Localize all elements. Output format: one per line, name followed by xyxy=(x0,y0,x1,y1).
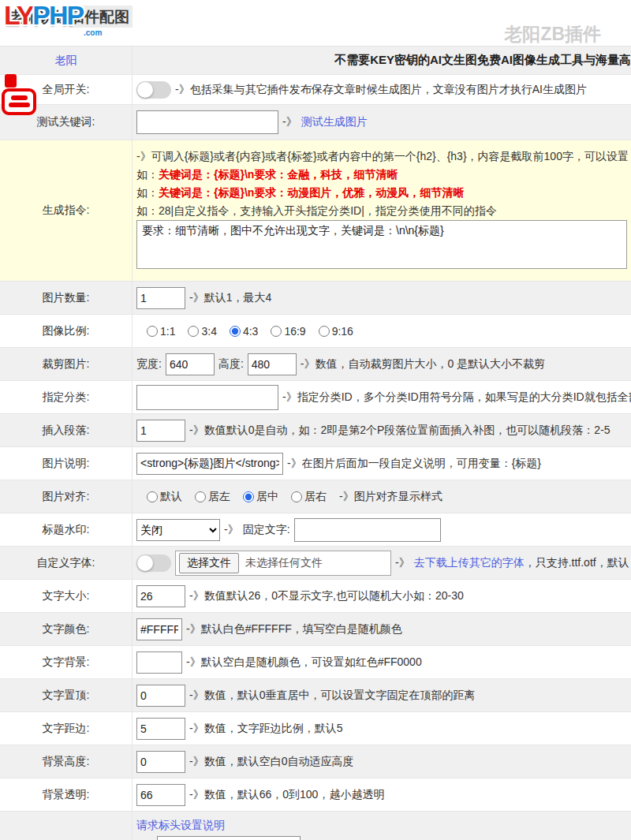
topbar: 老阳说钱插件配图 LYPHP.com 老阳ZB插件 xyxy=(0,0,631,46)
gen-prompt-textarea[interactable]: 要求：细节清晰，图中不允许出现文字，关键词是：\n\n{标题} xyxy=(136,220,627,269)
gen-prompt-label: 生成指令: xyxy=(0,140,133,281)
plugin-settings-page: 老阳说钱插件配图 LYPHP.com 老阳ZB插件 老阳 不需要KEY密钥的AI… xyxy=(0,0,631,840)
font-download-link[interactable]: 去下载上传其它的字体 xyxy=(414,556,525,570)
gen-prompt-example-2: 如：关键词是：{标题}\n要求：动漫图片，优雅，动漫风，细节清晰 xyxy=(136,184,631,202)
table-header-row: 老阳 不需要KEY密钥的AI文生图免费AI图像生成工具与海量高 xyxy=(0,47,631,75)
text-color-input[interactable] xyxy=(136,618,182,640)
row-title-watermark: 标题水印: 关闭 -》 固定文字: xyxy=(0,513,631,547)
text-top-desc: -》数值，默认0垂直居中，可以设置文字固定在顶部的距离 xyxy=(189,689,475,703)
radio-icon[interactable] xyxy=(243,491,254,502)
custom-font-label: 自定义字体: xyxy=(0,547,133,579)
request-header-help-link[interactable]: 请求标头设置说明 xyxy=(136,819,225,833)
lyphp-logo[interactable]: LYPHP.com xyxy=(4,0,83,30)
crop-height-label: 高度: xyxy=(218,357,244,371)
aspect-ratio-option-4-3[interactable]: 4:3 xyxy=(230,325,258,338)
page-title: 不需要KEY密钥的AI文生图免费AI图像生成工具与海量高 xyxy=(334,53,631,68)
insert-paragraph-input[interactable] xyxy=(136,420,185,442)
text-margin-desc: -》数值，文字距边比例，默认5 xyxy=(189,722,342,736)
image-caption-input[interactable] xyxy=(136,453,283,475)
radio-icon[interactable] xyxy=(147,491,158,502)
contact-card-icon-dot xyxy=(5,74,17,88)
request-header-input[interactable] xyxy=(157,836,301,840)
aspect-ratio-option-1-1[interactable]: 1:1 xyxy=(147,325,175,338)
custom-font-toggle[interactable] xyxy=(136,554,171,572)
custom-font-desc-tail: ，只支持.ttf.otf，默认 xyxy=(525,556,629,570)
crop-width-input[interactable] xyxy=(166,353,215,375)
crop-label: 裁剪图片: xyxy=(0,348,133,380)
image-align-option-left[interactable]: 居左 xyxy=(195,490,230,504)
radio-icon[interactable] xyxy=(319,326,330,337)
text-top-label: 文字置顶: xyxy=(0,679,133,711)
insert-paragraph-label: 插入段落: xyxy=(0,414,133,446)
bg-height-desc: -》数值，默认空白0自动适应高度 xyxy=(189,755,353,769)
test-keyword-input[interactable] xyxy=(136,110,278,134)
aspect-ratio-option-9-16[interactable]: 9:16 xyxy=(319,325,353,338)
gen-prompt-example-1-red: 关键词是：{标题}\n要求：金融，科技，细节清晰 xyxy=(159,168,398,181)
text-color-label: 文字颜色: xyxy=(0,613,133,645)
text-margin-input[interactable] xyxy=(136,718,185,740)
global-switch-toggle[interactable] xyxy=(136,81,171,99)
row-text-color: 文字颜色: -》默认白色#FFFFFF，填写空白是随机颜色 xyxy=(0,613,631,646)
text-bg-desc: -》默认空白是随机颜色，可设置如红色#FF0000 xyxy=(186,655,422,670)
bg-height-input[interactable] xyxy=(136,751,185,773)
title-watermark-select[interactable]: 关闭 xyxy=(136,519,220,541)
global-switch-desc: -》包括采集与其它插件发布保存文章时候生成图片，文章没有图片才执行AI生成图片 xyxy=(175,83,587,97)
radio-icon[interactable] xyxy=(188,326,199,337)
text-bg-input[interactable] xyxy=(136,651,182,674)
radio-icon[interactable] xyxy=(147,326,158,337)
arrow-text: -》 xyxy=(282,115,297,129)
row-text-top: 文字置顶: -》数值，默认0垂直居中，可以设置文字固定在顶部的距离 xyxy=(0,679,631,712)
arrow-text: -》 xyxy=(395,556,410,570)
choose-file-button[interactable]: 选择文件 xyxy=(179,553,239,573)
aspect-ratio-label: 图像比例: xyxy=(0,315,133,347)
bg-opacity-input[interactable] xyxy=(136,784,185,806)
row-bg-height: 背景高度: -》数值，默认空白0自动适应高度 xyxy=(0,745,631,778)
radio-icon[interactable] xyxy=(230,326,241,337)
font-file-input[interactable]: 选择文件 未选择任何文件 xyxy=(175,551,391,576)
arrow-text: -》 xyxy=(224,523,239,537)
aspect-ratio-option-16-9[interactable]: 16:9 xyxy=(271,325,305,338)
settings-table: 老阳 不需要KEY密钥的AI文生图免费AI图像生成工具与海量高 全局开关: -》… xyxy=(0,46,631,840)
row-image-align: 图片对齐: 默认 居左 居中 居右 -》图片对齐显示样式 xyxy=(0,480,631,513)
text-margin-label: 文字距边: xyxy=(0,712,133,745)
row-bg-opacity: 背景透明: -》数值，默认66，0到100，越小越透明 xyxy=(0,778,631,812)
contact-card-icon[interactable] xyxy=(2,74,39,118)
bg-opacity-label: 背景透明: xyxy=(0,778,133,811)
fixed-text-label: 固定文字: xyxy=(243,523,290,537)
radio-icon[interactable] xyxy=(291,491,302,502)
radio-icon[interactable] xyxy=(195,491,206,502)
row-category: 指定分类: -》指定分类ID，多个分类ID用符号分隔，如果写是的大分类ID就包括… xyxy=(0,381,631,414)
crop-height-input[interactable] xyxy=(248,353,297,375)
row-crop: 裁剪图片: 宽度: 高度: -》数值，自动裁剪图片大小，0 是默认大小不裁剪 xyxy=(0,348,631,381)
gen-prompt-example-3: 如：28|自定义指令，支持输入开头指定分类ID|，指定分类使用不同的指令 xyxy=(136,202,631,220)
text-color-desc: -》默认白色#FFFFFF，填写空白是随机颜色 xyxy=(186,622,402,637)
gen-prompt-example-2-red: 关键词是：{标题}\n要求：动漫图片，优雅，动漫风，细节清晰 xyxy=(159,186,464,199)
image-align-option-center[interactable]: 居中 xyxy=(243,490,278,504)
row-text-margin: 文字距边: -》数值，文字距边比例，默认5 xyxy=(0,712,631,745)
fixed-text-input[interactable] xyxy=(294,518,441,542)
row-test-keyword: 测试关键词: -》 测试生成图片 xyxy=(0,105,631,140)
image-align-option-default[interactable]: 默认 xyxy=(147,490,182,504)
row-gen-prompt: 生成指令: -》可调入{标题}或者{内容}或者{标签}或者内容中的第一个{h2}… xyxy=(0,140,631,282)
font-size-input[interactable] xyxy=(136,585,185,607)
category-input[interactable] xyxy=(136,385,278,410)
text-top-input[interactable] xyxy=(136,685,185,707)
font-size-desc: -》数值默认26，0不显示文字,也可以随机大小如：20-30 xyxy=(189,589,464,603)
row-insert-paragraph: 插入段落: -》数值默认0是自动，如：2即是第2个P段落位置前面插入补图，也可以… xyxy=(0,414,631,447)
bg-opacity-desc: -》数值，默认66，0到100，越小越透明 xyxy=(189,788,384,802)
category-label: 指定分类: xyxy=(0,381,133,413)
test-generate-link[interactable]: 测试生成图片 xyxy=(301,115,368,129)
toggle-knob-icon xyxy=(137,82,153,98)
image-count-input[interactable] xyxy=(136,287,185,309)
crop-desc: -》数值，自动裁剪图片大小，0 是默认大小不裁剪 xyxy=(301,357,545,371)
logo-ly: LY xyxy=(4,0,32,30)
aspect-ratio-option-3-4[interactable]: 3:4 xyxy=(188,325,216,338)
author-link[interactable]: 老阳 xyxy=(55,54,77,68)
file-status-text: 未选择任何文件 xyxy=(245,556,323,570)
row-text-bg: 文字背景: -》默认空白是随机颜色，可设置如红色#FF0000 xyxy=(0,646,631,679)
bg-height-label: 背景高度: xyxy=(0,745,133,778)
image-align-option-right[interactable]: 居右 xyxy=(291,490,327,504)
row-font-size: 文字大小: -》数值默认26，0不显示文字,也可以随机大小如：20-30 xyxy=(0,580,631,613)
image-caption-label: 图片说明: xyxy=(0,447,133,480)
radio-icon[interactable] xyxy=(271,326,282,337)
